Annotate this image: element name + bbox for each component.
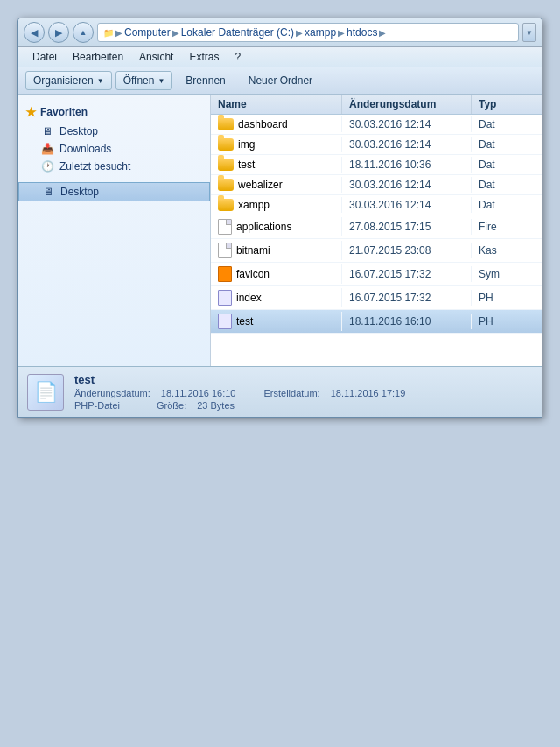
file-type-cell: PH bbox=[472, 314, 542, 329]
sidebar-item-downloads[interactable]: 📥 Downloads bbox=[18, 140, 210, 158]
status-filename: test bbox=[74, 373, 405, 386]
table-row[interactable]: applications 27.08.2015 17:15 Fire bbox=[211, 215, 542, 239]
php-file-icon bbox=[218, 290, 232, 306]
table-row[interactable]: favicon 16.07.2015 17:32 Sym bbox=[211, 263, 542, 286]
status-created-label: Erstelldatum: bbox=[263, 388, 319, 398]
status-changed-value: 18.11.2016 16:10 bbox=[161, 388, 236, 398]
favorites-star-icon: ★ bbox=[25, 105, 37, 119]
breadcrumb[interactable]: 📁 ▶ Computer ▶ Lokaler Datenträger (C:) … bbox=[97, 23, 519, 42]
favorites-section[interactable]: ★ Favoriten bbox=[18, 102, 210, 123]
file-name-label: bitnami bbox=[236, 244, 270, 257]
file-type-cell: Kas bbox=[472, 243, 542, 258]
menu-extras[interactable]: Extras bbox=[182, 49, 226, 65]
file-type-cell: Dat bbox=[472, 137, 542, 152]
generic-file-icon bbox=[218, 219, 232, 235]
table-row[interactable]: img 30.03.2016 12:14 Dat bbox=[211, 135, 542, 155]
menu-ansicht[interactable]: Ansicht bbox=[132, 49, 180, 65]
breadcrumb-htdocs[interactable]: htdocs bbox=[346, 26, 377, 39]
organize-label: Organisieren bbox=[33, 74, 94, 87]
status-info: test Änderungsdatum: 18.11.2016 16:10 Er… bbox=[74, 373, 405, 411]
organize-button[interactable]: Organisieren ▼ bbox=[25, 71, 112, 90]
file-name-cell: bitnami bbox=[211, 241, 342, 260]
table-row[interactable]: test 18.11.2016 16:10 PH bbox=[211, 310, 542, 334]
file-name-cell: favicon bbox=[211, 264, 342, 284]
breadcrumb-drive[interactable]: Lokaler Datenträger (C:) bbox=[181, 26, 294, 39]
sidebar-item-recent-label: Zuletzt besucht bbox=[60, 160, 130, 173]
open-button[interactable]: Öffnen ▼ bbox=[116, 71, 173, 90]
breadcrumb-sep-3: ▶ bbox=[296, 28, 303, 38]
breadcrumb-sep-5: ▶ bbox=[379, 28, 386, 38]
file-name-label: webalizer bbox=[238, 179, 283, 191]
file-type-cell: Sym bbox=[472, 266, 542, 282]
file-name-label: applications bbox=[236, 221, 291, 233]
menu-bar: Datei Bearbeiten Ansicht Extras ? bbox=[18, 47, 542, 67]
breadcrumb-folder-icon: 📁 bbox=[103, 28, 114, 38]
file-name-cell: test bbox=[211, 312, 342, 331]
breadcrumb-xampp[interactable]: xampp bbox=[304, 26, 336, 39]
file-name-cell: webalizer bbox=[211, 177, 342, 193]
file-date-cell: 16.07.2015 17:32 bbox=[342, 290, 472, 306]
file-name-label: img bbox=[238, 138, 255, 151]
generic-file-icon bbox=[218, 243, 232, 258]
sidebar-item-recent[interactable]: 🕐 Zuletzt besucht bbox=[18, 158, 210, 175]
table-row[interactable]: xampp 30.03.2016 12:14 Dat bbox=[211, 195, 542, 215]
sidebar-item-desktop-places[interactable]: 🖥 Desktop bbox=[18, 182, 210, 201]
file-list-header: Name Änderungsdatum Typ bbox=[211, 95, 542, 115]
open-chevron-icon: ▼ bbox=[158, 77, 164, 85]
new-folder-button[interactable]: Neuer Ordner bbox=[239, 71, 322, 90]
table-row[interactable]: test 18.11.2016 10:36 Dat bbox=[211, 155, 542, 175]
sidebar-item-desktop-label: Desktop bbox=[60, 125, 98, 137]
file-date-cell: 30.03.2016 12:14 bbox=[342, 197, 472, 213]
folder-icon bbox=[218, 199, 234, 211]
file-date-cell: 18.11.2016 16:10 bbox=[342, 314, 472, 329]
status-size-value: 23 Bytes bbox=[197, 400, 234, 411]
burn-button[interactable]: Brennen bbox=[176, 71, 234, 90]
file-rows-container: dashboard 30.03.2016 12:14 Dat img 30.03… bbox=[211, 115, 542, 334]
recent-icon: 🕐 bbox=[39, 160, 55, 173]
table-row[interactable]: bitnami 21.07.2015 23:08 Kas bbox=[211, 239, 542, 263]
table-row[interactable]: index 16.07.2015 17:32 PH bbox=[211, 286, 542, 310]
menu-bearbeiten[interactable]: Bearbeiten bbox=[66, 49, 130, 65]
col-header-date[interactable]: Änderungsdatum bbox=[342, 95, 472, 114]
img-file-icon bbox=[218, 266, 232, 282]
file-date-cell: 30.03.2016 12:14 bbox=[342, 116, 472, 132]
file-name-cell: index bbox=[211, 288, 342, 307]
file-name-label: favicon bbox=[236, 268, 270, 280]
file-name-label: index bbox=[236, 292, 262, 304]
file-name-label: dashboard bbox=[238, 118, 288, 130]
folder-icon bbox=[218, 138, 234, 151]
file-date-cell: 30.03.2016 12:14 bbox=[342, 177, 472, 193]
favorites-label: Favoriten bbox=[40, 106, 88, 118]
col-header-name[interactable]: Name bbox=[211, 95, 342, 114]
back-button[interactable]: ◀ bbox=[24, 22, 45, 43]
menu-help[interactable]: ? bbox=[228, 49, 248, 65]
file-type-cell: PH bbox=[472, 290, 542, 306]
file-name-cell: applications bbox=[211, 217, 342, 236]
file-date-cell: 16.07.2015 17:32 bbox=[342, 266, 472, 282]
downloads-icon: 📥 bbox=[39, 143, 55, 155]
file-date-cell: 21.07.2015 23:08 bbox=[342, 243, 472, 258]
sidebar-item-desktop[interactable]: 🖥 Desktop bbox=[18, 123, 210, 140]
organize-chevron-icon: ▼ bbox=[97, 77, 104, 85]
folder-icon bbox=[218, 159, 234, 171]
file-name-cell: img bbox=[211, 137, 342, 152]
sidebar-item-downloads-label: Downloads bbox=[60, 143, 111, 155]
breadcrumb-sep-2: ▶ bbox=[172, 28, 179, 38]
sidebar-separator bbox=[18, 175, 210, 182]
table-row[interactable]: dashboard 30.03.2016 12:14 Dat bbox=[211, 115, 542, 135]
address-bar: ◀ ▶ ▲ 📁 ▶ Computer ▶ Lokaler Datenträger… bbox=[18, 18, 542, 47]
breadcrumb-computer[interactable]: Computer bbox=[124, 26, 171, 39]
forward-button[interactable]: ▶ bbox=[48, 22, 69, 43]
sidebar-item-desktop-places-label: Desktop bbox=[60, 186, 99, 198]
file-name-cell: xampp bbox=[211, 197, 342, 213]
file-name-cell: dashboard bbox=[211, 116, 342, 132]
file-name-cell: test bbox=[211, 157, 342, 173]
up-button[interactable]: ▲ bbox=[73, 22, 94, 43]
address-dropdown[interactable]: ▼ bbox=[522, 23, 536, 42]
col-header-type[interactable]: Typ bbox=[472, 95, 542, 114]
file-name-label: test bbox=[236, 315, 253, 328]
file-name-label: xampp bbox=[238, 199, 270, 211]
status-icon-symbol: 📄 bbox=[34, 381, 58, 404]
table-row[interactable]: webalizer 30.03.2016 12:14 Dat bbox=[211, 175, 542, 195]
menu-datei[interactable]: Datei bbox=[25, 49, 64, 65]
